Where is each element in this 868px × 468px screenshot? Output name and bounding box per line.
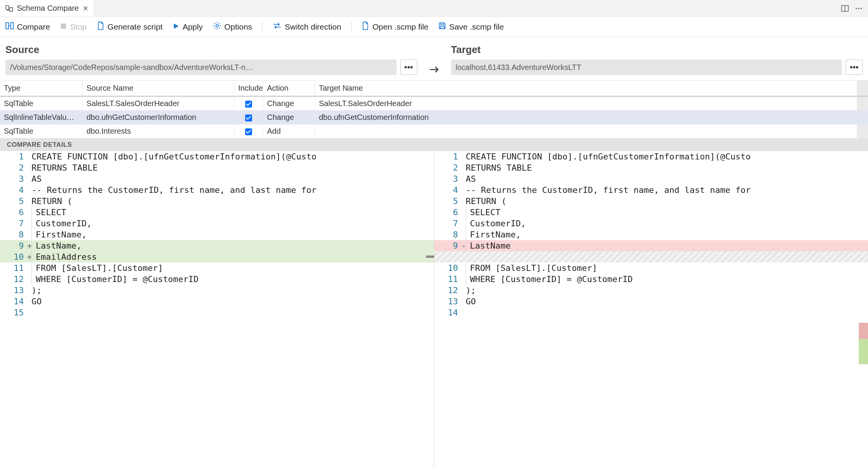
diff-marker: - — [461, 240, 466, 251]
right-pane[interactable]: 1CREATE FUNCTION [dbo].[ufnGetCustomerIn… — [434, 151, 868, 468]
line-number: 7 — [434, 218, 461, 229]
close-icon[interactable]: ✕ — [83, 4, 88, 13]
code-text: CREATE FUNCTION [dbo].[ufnGetCustomerInf… — [32, 151, 317, 162]
code-line: 10FROM [SalesLT].[Customer] — [434, 262, 868, 274]
source-input[interactable]: /Volumes/Storage/CodeRepos/sample-sandbo… — [5, 60, 397, 75]
grid-scrollbar[interactable] — [857, 124, 868, 138]
code-line: 5RETURN ( — [0, 196, 434, 207]
line-number: 1 — [0, 151, 27, 162]
tab-schema-compare[interactable]: Schema Compare ✕ — [0, 0, 94, 17]
diff-marker — [461, 218, 466, 229]
code-line: 15 — [0, 307, 434, 318]
code-text: RETURNS TABLE — [32, 162, 103, 173]
save-icon — [438, 22, 446, 32]
source-column: Source /Volumes/Storage/CodeRepos/sample… — [5, 44, 417, 75]
code-line: 4-- Returns the CustomerID, first name, … — [434, 184, 868, 196]
tab-title: Schema Compare — [17, 4, 79, 13]
target-menu-button[interactable]: ••• — [846, 60, 863, 75]
code-line: 2RETURNS TABLE — [434, 162, 868, 173]
diff-marker — [461, 162, 466, 173]
col-type[interactable]: Type — [0, 81, 83, 96]
diff-marker — [27, 307, 32, 318]
line-number: 2 — [0, 162, 27, 173]
table-row[interactable]: SqlInlineTableValuedFu…dbo.ufnGetCustome… — [0, 111, 868, 124]
code-text: AS — [32, 173, 47, 184]
svg-point-6 — [861, 8, 862, 9]
grid-header: Type Source Name Include Action Target N… — [0, 81, 868, 97]
code-text: FROM [SalesLT].[Customer] — [32, 262, 168, 274]
diff-marker — [461, 251, 466, 262]
code-text: CREATE FUNCTION [dbo].[ufnGetCustomerInf… — [466, 151, 751, 162]
cell-include[interactable] — [234, 124, 263, 138]
table-row[interactable]: SqlTableSalesLT.SalesOrderHeaderChangeSa… — [0, 97, 868, 111]
line-number: 10 — [0, 251, 27, 262]
source-label: Source — [5, 44, 417, 56]
source-target-row: Source /Volumes/Storage/CodeRepos/sample… — [0, 37, 868, 81]
diff-marker — [461, 184, 466, 196]
code-text: LastName — [466, 240, 511, 251]
cell-type: SqlTable — [0, 97, 83, 111]
save-scmp-button[interactable]: Save .scmp file — [438, 22, 504, 32]
line-number: 12 — [0, 274, 27, 285]
cell-include[interactable] — [234, 111, 263, 124]
cell-source-name: dbo.Interests — [83, 124, 234, 138]
more-icon[interactable] — [855, 5, 863, 12]
cell-target-name: dbo.ufnGetCustomerInformation — [315, 111, 857, 124]
code-line: 2RETURNS TABLE — [0, 162, 434, 173]
diff-marker — [27, 173, 32, 184]
include-checkbox[interactable] — [245, 128, 252, 135]
col-source-name[interactable]: Source Name — [83, 81, 234, 96]
code-line: 11FROM [SalesLT].[Customer] — [0, 262, 434, 274]
left-pane[interactable]: 1CREATE FUNCTION [dbo].[ufnGetCustomerIn… — [0, 151, 434, 468]
minimap[interactable] — [859, 151, 868, 468]
code-line: 3AS — [434, 173, 868, 184]
split-editor-icon[interactable] — [841, 5, 849, 12]
code-line: 5RETURN ( — [434, 196, 868, 207]
col-action[interactable]: Action — [263, 81, 315, 96]
code-text: ); — [466, 285, 476, 296]
include-checkbox[interactable] — [245, 101, 252, 108]
target-input[interactable]: localhost,61433.AdventureWorksLTT — [451, 60, 842, 75]
line-number: 14 — [0, 296, 27, 307]
generate-label: Generate script — [108, 22, 163, 32]
line-number: 13 — [434, 296, 461, 307]
target-label: Target — [451, 44, 863, 56]
diff-marker — [461, 262, 466, 274]
grid-scrollbar[interactable] — [857, 97, 868, 111]
code-line — [434, 251, 868, 262]
apply-button[interactable]: Apply — [173, 22, 203, 32]
compare-icon — [5, 22, 14, 32]
diff-grid: Type Source Name Include Action Target N… — [0, 81, 868, 139]
toolbar: Compare Stop Generate script Apply Optio… — [0, 17, 868, 37]
col-include[interactable]: Include — [234, 81, 263, 96]
open-scmp-button[interactable]: Open .scmp file — [362, 22, 428, 32]
toolbar-separator — [351, 22, 352, 32]
compare-button[interactable]: Compare — [5, 22, 50, 32]
line-number — [434, 251, 461, 262]
col-target-name[interactable]: Target Name — [315, 81, 857, 96]
save-label: Save .scmp file — [449, 22, 504, 32]
target-column: Target localhost,61433.AdventureWorksLTT… — [451, 44, 863, 75]
code-line: 12WHERE [CustomerID] = @CustomerID — [0, 274, 434, 285]
include-checkbox[interactable] — [245, 115, 252, 121]
options-button[interactable]: Options — [213, 22, 252, 32]
generate-script-button[interactable]: Generate script — [97, 22, 163, 32]
switch-direction-button[interactable]: Switch direction — [272, 22, 341, 32]
line-number: 5 — [434, 196, 461, 207]
code-text: GO — [32, 296, 42, 307]
cell-include[interactable] — [234, 97, 263, 111]
code-text: -- Returns the CustomerID, first name, a… — [466, 184, 751, 196]
code-line: 1CREATE FUNCTION [dbo].[ufnGetCustomerIn… — [434, 151, 868, 162]
code-text: FROM [SalesLT].[Customer] — [466, 262, 602, 274]
code-text: EmailAddress — [32, 251, 97, 262]
diff-marker: + — [27, 251, 32, 262]
line-number: 13 — [0, 285, 27, 296]
diff-marker — [27, 184, 32, 196]
play-icon — [173, 22, 179, 32]
cell-action: Change — [263, 111, 315, 124]
table-row[interactable]: SqlTabledbo.InterestsAdd — [0, 124, 868, 138]
svg-point-4 — [856, 8, 857, 9]
source-menu-button[interactable]: ••• — [400, 60, 417, 75]
grid-scrollbar[interactable] — [857, 111, 868, 124]
grid-scrollbar[interactable] — [857, 81, 868, 96]
